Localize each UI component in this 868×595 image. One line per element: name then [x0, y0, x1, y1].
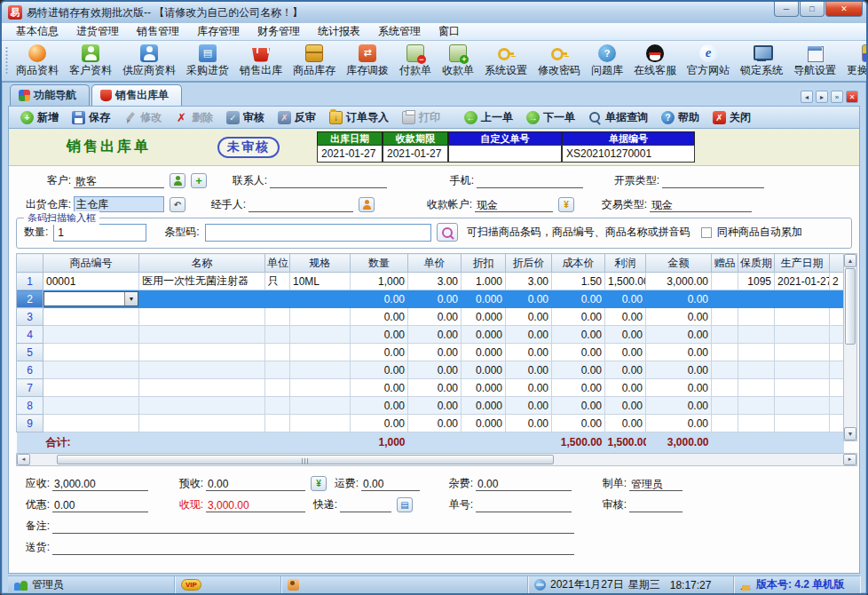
cell-qty[interactable]: 0.00	[351, 326, 408, 344]
cell-shelf[interactable]: 1095	[738, 273, 775, 290]
cell-code[interactable]	[43, 344, 139, 361]
cell-code[interactable]: 00001	[43, 273, 139, 290]
menu-item-6[interactable]: 系统管理	[369, 22, 430, 41]
cell-prod_date[interactable]	[775, 344, 830, 361]
cell-discount[interactable]: 0.000	[462, 361, 506, 379]
cell-amount[interactable]: 0.00	[646, 308, 712, 326]
cell-spec[interactable]	[290, 415, 351, 432]
tab-close-icon[interactable]: ✕	[846, 91, 858, 103]
cell-code[interactable]	[43, 326, 139, 344]
cell-gift[interactable]	[712, 415, 738, 432]
cell-code[interactable]	[43, 397, 139, 415]
cell-prod_date[interactable]	[775, 379, 830, 397]
col-header-amount[interactable]: 金额	[646, 254, 712, 273]
scroll-right-icon[interactable]: ▸	[843, 454, 856, 465]
doc-print-button[interactable]: 打印	[396, 108, 446, 127]
doc-del-button[interactable]: ✗删除	[169, 108, 219, 127]
cell-disc_price[interactable]: 0.00	[506, 397, 552, 415]
header-field-value[interactable]: 2021-01-27	[317, 145, 383, 163]
cell-shelf[interactable]	[738, 379, 775, 397]
doc-add-button[interactable]: +新增	[14, 108, 65, 127]
cell-name[interactable]	[139, 397, 265, 415]
cell-disc_price[interactable]: 0.00	[506, 379, 552, 397]
cell-cost[interactable]: 0.00	[552, 397, 605, 415]
footer-field-value[interactable]: 3,000.00	[206, 498, 305, 512]
cell-cost[interactable]: 0.00	[552, 344, 605, 361]
doc-import-button[interactable]: ↓订单导入	[323, 108, 395, 127]
cell-extra[interactable]	[830, 344, 844, 361]
footer-field-value[interactable]: 管理员	[629, 477, 683, 491]
cell-price[interactable]: 0.00	[408, 290, 462, 308]
cell-profit[interactable]: 0.00	[605, 326, 646, 344]
tab-scroll-right-icon[interactable]: ▸	[816, 91, 828, 103]
cell-extra[interactable]	[830, 308, 844, 326]
cell-profit[interactable]: 0.00	[605, 290, 646, 308]
menu-item-3[interactable]: 库存管理	[188, 22, 249, 41]
cell-gift[interactable]	[712, 344, 738, 361]
cell-unit[interactable]	[265, 415, 290, 432]
cell-spec[interactable]	[290, 397, 351, 415]
field-value[interactable]	[270, 174, 387, 188]
cell-extra[interactable]: 2	[830, 273, 844, 290]
toolbar-button-receive-8[interactable]: 收款单	[437, 43, 479, 79]
field-value[interactable]: 散客	[74, 174, 164, 188]
cell-qty[interactable]: 0.00	[351, 361, 408, 379]
doc-edit-button[interactable]: 修改	[117, 108, 168, 127]
cell-price[interactable]: 0.00	[408, 344, 462, 361]
cell-code[interactable]: ▼	[43, 290, 139, 308]
cell-cost[interactable]: 0.00	[552, 415, 605, 432]
cell-amount[interactable]: 0.00	[646, 379, 712, 397]
maximize-button[interactable]: □	[800, 2, 825, 17]
toolbar-button-nav-15[interactable]: 导航设置	[788, 43, 841, 79]
doc-save-button[interactable]: 保存	[66, 108, 116, 127]
cell-amount[interactable]: 0.00	[646, 361, 712, 379]
scroll-up-icon[interactable]: ▲	[844, 254, 856, 267]
col-header-code[interactable]: 商品编号	[43, 254, 139, 273]
cell-disc_price[interactable]: 3.00	[506, 273, 552, 290]
menu-item-1[interactable]: 进货管理	[67, 22, 128, 41]
vertical-scrollbar[interactable]: ▲ ▼	[843, 253, 857, 441]
cell-prod_date[interactable]	[775, 290, 830, 308]
footer-field-value[interactable]	[340, 498, 391, 512]
cell-price[interactable]: 0.00	[408, 415, 462, 432]
toolbar-button-faq-11[interactable]: ?问题库	[586, 43, 628, 79]
field-value[interactable]	[662, 174, 764, 188]
cell-profit[interactable]: 0.00	[605, 397, 646, 415]
cell-profit[interactable]: 0.00	[605, 379, 646, 397]
cell-code[interactable]	[43, 308, 139, 326]
cell-profit[interactable]: 0.00	[605, 308, 646, 326]
currency-button[interactable]: ¥	[311, 476, 327, 491]
barcode-input[interactable]	[205, 224, 431, 242]
cell-name[interactable]	[139, 308, 265, 326]
customer-lookup-icon[interactable]	[170, 173, 185, 188]
cell-price[interactable]: 0.00	[408, 308, 462, 326]
cell-qty[interactable]: 0.00	[351, 415, 408, 432]
doc-audit-button[interactable]: ✓审核	[220, 108, 271, 127]
col-header-qty[interactable]: 数量	[351, 254, 408, 273]
cell-name[interactable]	[139, 415, 265, 432]
handler-picker-icon[interactable]	[359, 197, 375, 212]
cell-qty[interactable]: 0.00	[351, 290, 408, 308]
account-picker-icon[interactable]: ¥	[558, 197, 574, 212]
cell-extra[interactable]	[830, 379, 844, 397]
cell-gift[interactable]	[712, 361, 738, 379]
cell-unit[interactable]	[265, 361, 290, 379]
cell-gift[interactable]	[712, 397, 738, 415]
auto-accumulate-checkbox[interactable]	[701, 227, 712, 238]
col-header-discount[interactable]: 折扣	[462, 254, 506, 273]
footer-field-value[interactable]: 0.00	[361, 477, 420, 491]
cell-discount[interactable]: 0.000	[462, 415, 506, 432]
toolbar-button-pay-7[interactable]: 付款单	[394, 43, 437, 79]
cell-qty[interactable]: 1,000	[351, 273, 408, 290]
product-code-combobox[interactable]: ▼	[43, 291, 138, 306]
cell-amount[interactable]: 0.00	[646, 397, 712, 415]
cell-amount[interactable]: 0.00	[646, 326, 712, 344]
cell-discount[interactable]: 0.000	[462, 308, 506, 326]
menu-item-2[interactable]: 销售管理	[128, 22, 188, 41]
tab-tabnav[interactable]: 功能导航	[10, 84, 90, 106]
footer-field-value[interactable]: 0.00	[476, 477, 572, 491]
cell-discount[interactable]: 0.000	[462, 379, 506, 397]
cell-shelf[interactable]	[738, 397, 775, 415]
minimize-button[interactable]: ─	[774, 2, 799, 17]
cell-discount[interactable]: 0.000	[462, 397, 506, 415]
